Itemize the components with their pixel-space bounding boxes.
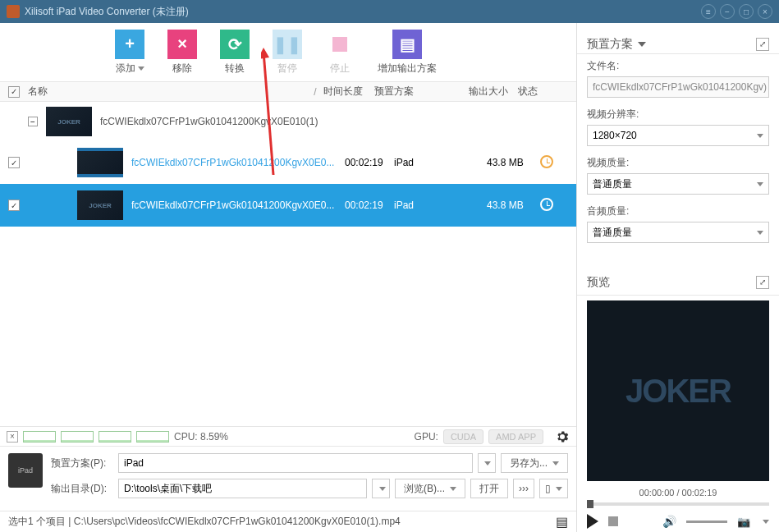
window-title: Xilisoft iPad Video Converter (未注册) — [25, 5, 189, 19]
seek-bar[interactable] — [587, 502, 769, 506]
resolution-label: 视频分辨率: — [587, 108, 769, 122]
document-icon: ▤ — [392, 30, 422, 59]
x-icon: × — [167, 30, 197, 59]
preview-video[interactable]: JOKER — [587, 300, 769, 481]
overflow-button[interactable]: ››› — [513, 479, 534, 498]
thumbnail — [77, 148, 123, 177]
volume-icon[interactable]: 🔊 — [662, 515, 676, 528]
pending-icon — [540, 155, 553, 168]
column-sort[interactable]: / — [307, 86, 323, 98]
column-status[interactable]: 状态 — [518, 85, 563, 99]
expand-icon[interactable]: ⤢ — [756, 276, 769, 289]
volume-slider[interactable] — [686, 521, 727, 523]
remove-button[interactable]: × 移除 — [167, 30, 197, 76]
column-duration[interactable]: 时间长度 — [323, 85, 374, 99]
vquality-label: 视频质量: — [587, 156, 769, 170]
stop-preview-button[interactable] — [608, 516, 618, 526]
aquality-select[interactable]: 普通质量 — [587, 222, 769, 243]
output-dir-combo[interactable]: D:\tools\桌面\下载吧 — [118, 479, 367, 498]
add-output-button[interactable]: ▤ 增加输出方案 — [378, 30, 437, 76]
filename-input[interactable]: fcCWIEkdlx07CFrP1wGk01041200Kgv) — [587, 76, 769, 98]
collapse-icon[interactable]: − — [28, 117, 38, 126]
stop-icon — [325, 30, 355, 59]
app-logo-icon — [7, 5, 20, 18]
snapshot-icon[interactable]: 📷 — [737, 516, 750, 528]
cpu-graph — [23, 431, 56, 443]
profile-device-icon: iPad — [8, 453, 43, 488]
add-button[interactable]: + 添加 — [115, 30, 144, 76]
resolution-select[interactable]: 1280×720 — [587, 125, 769, 146]
gear-icon[interactable] — [555, 429, 570, 444]
file-group-name: fcCWIEkdlx07CFrP1wGk01041200KgvX0E010(1) — [100, 116, 346, 127]
preset-label: 预置方案(P): — [51, 456, 113, 470]
output-dir-label: 输出目录(D): — [51, 482, 113, 496]
table-header: ✓ 名称 / 时间长度 预置方案 输出大小 状态 — [0, 82, 576, 102]
cpu-bar: × CPU: 8.59% GPU: CUDA AMD APP — [0, 426, 576, 446]
gpu-label: GPU: — [415, 431, 438, 443]
main-toolbar: + 添加 × 移除 ⟳ 转换 ❚❚ 暂停 停止 ▤ 增加输出方案 — [0, 23, 576, 82]
aquality-label: 音频质量: — [587, 204, 769, 218]
pause-button[interactable]: ❚❚ 暂停 — [273, 30, 302, 76]
stop-button[interactable]: 停止 — [325, 30, 355, 76]
preset-dropdown-arrow[interactable] — [478, 453, 496, 473]
pause-icon: ❚❚ — [273, 30, 302, 59]
thumbnail: JOKER — [46, 107, 92, 136]
save-as-button[interactable]: 另存为... — [501, 453, 568, 473]
output-dropdown-arrow[interactable] — [372, 479, 390, 498]
titlebar: Xilisoft iPad Video Converter (未注册) ≡ − … — [0, 0, 779, 23]
bottom-panel: iPad 预置方案(P): iPad 另存为... 输出目录(D): D:\to… — [0, 446, 576, 511]
plus-icon: + — [115, 30, 144, 59]
amd-badge[interactable]: AMD APP — [488, 429, 543, 444]
cpu-graph — [99, 431, 131, 443]
menu-button[interactable]: ≡ — [701, 4, 716, 19]
cpu-label: CPU: 8.59% — [174, 431, 228, 443]
row-checkbox[interactable]: ✓ — [8, 200, 20, 211]
file-size: 43.8 MB — [487, 200, 540, 211]
preview-panel-header: 预览 ⤢ — [577, 269, 779, 296]
device-button[interactable]: ▯ — [539, 479, 568, 498]
file-preset: iPad — [394, 157, 487, 168]
table-row[interactable]: ✓ JOKER fcCWIEkdlx07CFrP1wGk01041200KgvX… — [0, 184, 576, 227]
open-button[interactable]: 打开 — [470, 479, 508, 498]
filename-label: 文件名: — [587, 59, 769, 73]
time-display: 00:00:00 / 00:02:19 — [587, 488, 769, 498]
minimize-button[interactable]: − — [720, 4, 735, 19]
status-text: 选中1 个项目 | C:\Users\pc\Videos\fcCWIEkdlx0… — [8, 515, 401, 529]
close-cpu-icon[interactable]: × — [7, 431, 18, 443]
expand-icon[interactable]: ⤢ — [756, 38, 769, 51]
file-list: − JOKER fcCWIEkdlx07CFrP1wGk01041200KgvX… — [0, 102, 576, 426]
row-checkbox[interactable]: ✓ — [8, 157, 20, 168]
snapshot-menu[interactable] — [763, 520, 769, 524]
file-status — [540, 155, 565, 171]
file-size: 43.8 MB — [487, 157, 540, 168]
chevron-down-icon[interactable] — [638, 42, 646, 47]
refresh-icon: ⟳ — [220, 30, 250, 59]
column-preset[interactable]: 预置方案 — [374, 85, 469, 99]
file-group-row[interactable]: − JOKER fcCWIEkdlx07CFrP1wGk01041200KgvX… — [0, 102, 576, 141]
list-view-icon[interactable]: ▤ — [556, 514, 568, 530]
column-size[interactable]: 输出大小 — [469, 85, 518, 99]
close-button[interactable]: × — [758, 4, 772, 19]
pending-icon — [540, 198, 553, 211]
vquality-select[interactable]: 普通质量 — [587, 173, 769, 195]
select-all-checkbox[interactable]: ✓ — [8, 86, 20, 98]
file-name: fcCWIEkdlx07CFrP1wGk01041200KgvX0E0... — [131, 200, 345, 211]
statusbar: 选中1 个项目 | C:\Users\pc\Videos\fcCWIEkdlx0… — [0, 511, 576, 532]
cuda-badge[interactable]: CUDA — [443, 429, 483, 444]
play-button[interactable] — [587, 514, 598, 529]
convert-button[interactable]: ⟳ 转换 — [220, 30, 250, 76]
preset-panel-header: 预置方案 ⤢ — [577, 23, 779, 54]
preset-combo[interactable]: iPad — [118, 453, 473, 473]
thumbnail: JOKER — [77, 190, 123, 220]
file-duration: 00:02:19 — [345, 157, 394, 168]
column-name[interactable]: 名称 — [28, 85, 307, 99]
file-duration: 00:02:19 — [345, 200, 394, 211]
svg-marker-1 — [261, 48, 269, 59]
cpu-graph — [136, 431, 169, 443]
maximize-button[interactable]: □ — [739, 4, 754, 19]
table-row[interactable]: ✓ fcCWIEkdlx07CFrP1wGk01041200KgvX0E0...… — [0, 141, 576, 184]
file-status — [540, 198, 565, 213]
file-name: fcCWIEkdlx07CFrP1wGk01041200KgvX0E0... — [131, 157, 345, 168]
file-preset: iPad — [394, 200, 487, 211]
browse-button[interactable]: 浏览(B)... — [395, 479, 465, 498]
